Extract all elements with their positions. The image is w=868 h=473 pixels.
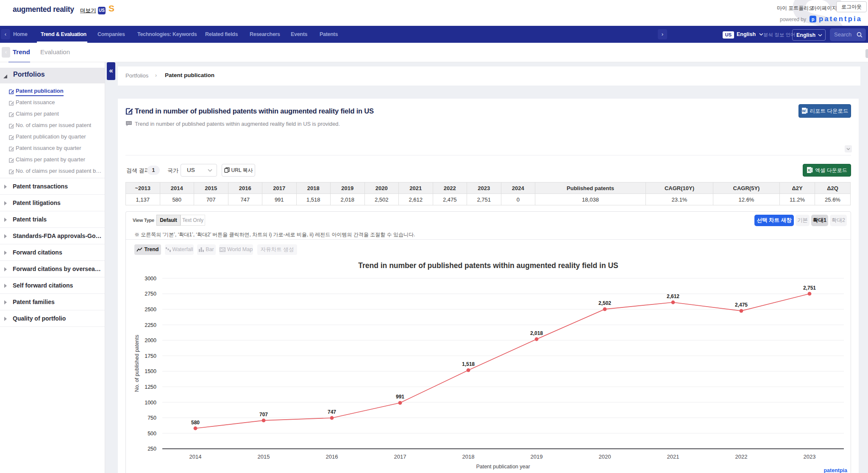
svg-text:2,475: 2,475: [735, 302, 748, 308]
svg-text:1500: 1500: [145, 368, 156, 374]
svg-text:3000: 3000: [145, 276, 156, 282]
svg-text:2016: 2016: [326, 454, 338, 460]
svg-text:patentpia: patentpia: [823, 467, 848, 473]
svg-text:2018: 2018: [462, 454, 475, 460]
svg-text:1750: 1750: [145, 353, 156, 359]
svg-text:2250: 2250: [145, 322, 156, 328]
svg-text:2750: 2750: [145, 291, 156, 297]
svg-text:2,612: 2,612: [667, 293, 679, 299]
svg-text:Trend in number of published p: Trend in number of published patents wit…: [358, 261, 618, 270]
svg-text:2021: 2021: [667, 454, 679, 460]
svg-text:2020: 2020: [599, 454, 611, 460]
svg-text:X: X: [808, 168, 810, 172]
svg-text:2,018: 2,018: [530, 330, 543, 336]
svg-text:2014: 2014: [189, 454, 202, 460]
svg-text:1,518: 1,518: [462, 361, 475, 367]
svg-text:2,751: 2,751: [803, 285, 816, 291]
svg-text:991: 991: [396, 394, 404, 400]
svg-text:2500: 2500: [145, 307, 156, 313]
svg-text:707: 707: [259, 412, 268, 418]
svg-text:500: 500: [147, 431, 156, 437]
svg-text:2023: 2023: [804, 454, 816, 460]
svg-text:Patent publication year: Patent publication year: [476, 464, 530, 470]
svg-text:2017: 2017: [394, 454, 406, 460]
svg-text:1250: 1250: [145, 384, 156, 390]
svg-text:747: 747: [328, 409, 336, 415]
svg-text:2000: 2000: [145, 337, 156, 343]
svg-text:No. of published patents: No. of published patents: [134, 335, 140, 392]
svg-text:750: 750: [147, 415, 156, 421]
svg-text:2019: 2019: [531, 454, 543, 460]
svg-text:2015: 2015: [258, 454, 270, 460]
svg-text:2,502: 2,502: [598, 300, 611, 306]
svg-text:W: W: [802, 109, 806, 113]
svg-text:1000: 1000: [145, 400, 156, 406]
svg-text:250: 250: [147, 446, 156, 452]
svg-text:2022: 2022: [735, 454, 748, 460]
svg-text:580: 580: [191, 420, 200, 426]
